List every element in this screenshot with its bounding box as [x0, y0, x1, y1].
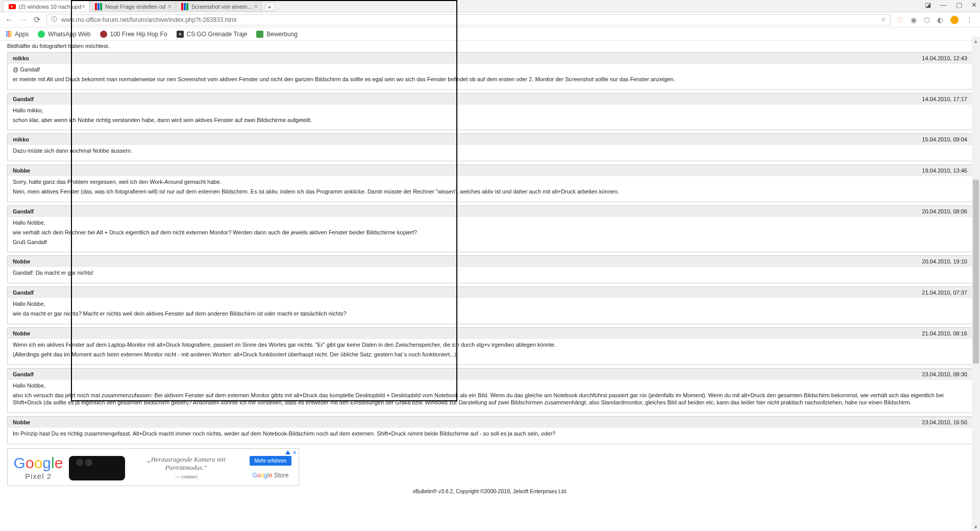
bookmark-whatsapp[interactable]: WhatsApp Web — [38, 31, 90, 38]
ad-brand: Google Pixel 2 — [8, 454, 69, 480]
post-author: mikko — [13, 136, 29, 142]
post-timestamp: 21.04.2010, 08:16 — [922, 330, 967, 336]
forward-button: → — [19, 15, 28, 25]
gutefrage-icon — [181, 3, 188, 10]
forum-post: Gandalf23.04.2010, 08:30Hallo Nobbe,also… — [7, 368, 973, 414]
post-line: (Allerdings geht das im Moment auch beim… — [13, 351, 967, 358]
close-icon[interactable]: × — [168, 3, 172, 10]
apps-button[interactable]: Apps — [6, 31, 29, 38]
scroll-up-icon[interactable]: ▴ — [972, 37, 980, 45]
gutefrage-icon — [95, 3, 102, 10]
post-timestamp: 23.04.2010, 08:30 — [922, 371, 967, 377]
post-line: Nein, mein aktives Fenster (das, was ich… — [13, 188, 967, 196]
site-icon — [100, 31, 107, 38]
svg-rect-7 — [181, 3, 183, 10]
scroll-thumb[interactable] — [973, 180, 979, 364]
close-icon[interactable]: × — [82, 3, 85, 10]
minimize-button[interactable]: — — [940, 1, 947, 9]
close-icon[interactable]: × — [254, 3, 258, 10]
partial-post-tail: Bildhälfte du fotografiert haben möchtes… — [7, 43, 973, 49]
post-header: mikko14.04.2010, 12:43 — [8, 53, 972, 64]
post-body: Hallo mikko,schon klar, aber wenn ich No… — [8, 105, 972, 130]
reload-button[interactable]: ⟳ — [34, 15, 40, 25]
forum-post: mikko14.04.2010, 12:43@ Gandalfer meinte… — [7, 52, 973, 90]
site-info-icon[interactable]: ⓘ — [51, 15, 57, 24]
post-line: also ich versuch das jetzt noch mal zusa… — [13, 392, 967, 407]
tab-title: Screenshot von einem... — [191, 4, 252, 10]
post-header: Gandalf23.04.2010, 08:30 — [8, 369, 972, 380]
extension-shield-icon[interactable]: ⬡ — [924, 16, 930, 24]
ad-product: Pixel 2 — [8, 472, 69, 480]
forum-post: Nobbe23.04.2010, 16:50Im Prinzip hast Du… — [7, 416, 973, 444]
post-timestamp: 21.04.2010, 07:37 — [922, 289, 967, 296]
profile-avatar[interactable] — [950, 16, 959, 24]
post-author: Gandalf — [13, 96, 34, 102]
forum-post: Nobbe19.04.2010, 13:46Sorry, hatte ganz … — [7, 164, 973, 202]
bookmark-star-icon[interactable]: ☆ — [881, 16, 886, 23]
bookmark-bewerbung[interactable]: Bewerbung — [256, 31, 298, 38]
ad-close-icon[interactable]: ✕ — [292, 450, 297, 455]
post-body: Hallo Nobbe,wie verhält sich dein Rechne… — [8, 217, 972, 252]
extension-globe-icon[interactable]: ◐ — [937, 16, 943, 24]
bookmark-hiphop[interactable]: 100 Free Hip Hop Fo — [100, 31, 167, 38]
post-author: Nobbe — [13, 419, 30, 425]
back-button[interactable]: ← — [5, 15, 13, 25]
advertisement[interactable]: ✕ Google Pixel 2 „Herausragende Kamera m… — [7, 448, 299, 486]
bookmark-label: Bewerbung — [266, 31, 298, 38]
whatsapp-icon — [38, 31, 45, 38]
post-timestamp: 20.04.2010, 19:10 — [922, 258, 967, 264]
bookmark-csgo[interactable]: ✦CS:GO Grenade Traje — [177, 31, 248, 38]
scrollbar[interactable]: ▴ ▾ — [972, 37, 980, 504]
post-timestamp: 20.04.2010, 08:06 — [922, 208, 967, 214]
svg-rect-8 — [184, 3, 186, 10]
new-tab-button[interactable]: ▸ — [265, 2, 275, 11]
post-line: Hallo Nobbe, — [13, 219, 967, 227]
bookmarks-bar: Apps WhatsApp Web 100 Free Hip Hop Fo ✦C… — [0, 28, 980, 41]
post-line: wie da macht er gar nichts? Macht er nic… — [13, 310, 967, 318]
ad-source: — connect — [130, 474, 242, 479]
ad-store: Google Store — [242, 472, 299, 479]
post-body: Sorry, hatte ganz das Problem vergessen,… — [8, 176, 972, 202]
bookmark-label: CS:GO Grenade Traje — [187, 31, 248, 38]
address-bar[interactable]: ⓘ www.ms-office-forum.net/forum/archive/… — [46, 14, 891, 26]
browser-tab-0[interactable]: (2) windows 10 nach upd × — [3, 1, 90, 12]
url-text: www.ms-office-forum.net/forum/archive/in… — [61, 16, 236, 23]
tab-bar: (2) windows 10 nach upd × Neue Frage ers… — [0, 0, 980, 12]
extension-icon[interactable]: ◪ — [925, 1, 931, 9]
post-body: Im Prinzip hast Du es richtig zusammenge… — [8, 428, 972, 444]
menu-icon[interactable]: ⋮ — [966, 16, 973, 24]
post-timestamp: 23.04.2010, 16:50 — [922, 419, 967, 425]
bookmark-label: 100 Free Hip Hop Fo — [110, 31, 167, 38]
extension-circle-icon[interactable]: ◉ — [911, 16, 917, 24]
post-author: mikko — [13, 55, 29, 61]
adchoices-icon[interactable] — [285, 450, 290, 454]
svg-rect-4 — [97, 3, 100, 10]
browser-chrome: (2) windows 10 nach upd × Neue Frage ers… — [0, 0, 980, 41]
post-header: mikko15.04.2010, 09:04 — [8, 134, 972, 145]
maximize-button[interactable]: ▢ — [956, 1, 962, 9]
post-author: Gandalf — [13, 371, 34, 377]
page-footer: vBulletin® v3.8.2, Copyright ©2000-2018,… — [7, 488, 973, 494]
post-line: schon klar, aber wenn ich Nobbe richtig … — [13, 116, 967, 124]
svg-rect-3 — [95, 3, 97, 10]
post-header: Nobbe20.04.2010, 19:10 — [8, 256, 972, 267]
leaf-icon — [256, 31, 263, 38]
post-line: Sorry, hatte ganz das Problem vergessen,… — [13, 178, 967, 186]
close-window-button[interactable]: ✕ — [971, 1, 977, 9]
post-author: Gandalf — [13, 289, 34, 296]
post-author: Nobbe — [13, 258, 30, 264]
browser-tab-2[interactable]: Screenshot von einem... × — [176, 1, 262, 12]
post-body: Wenn ich ein aktives Fenster auf dem Lap… — [8, 339, 972, 365]
post-line: Gandalf: Da macht er gar nichts! — [13, 269, 967, 277]
ad-cta-button[interactable]: Mehr erfahren — [250, 456, 292, 466]
bookmark-label: Apps — [15, 31, 29, 38]
post-header: Nobbe21.04.2010, 08:16 — [8, 328, 972, 339]
post-header: Nobbe23.04.2010, 16:50 — [8, 417, 972, 428]
forum-post: Gandalf14.04.2010, 17:17Hallo mikko,scho… — [7, 93, 973, 131]
browser-tab-1[interactable]: Neue Frage erstellen od × — [89, 1, 176, 12]
post-body: Gandalf: Da macht er gar nichts! — [8, 267, 972, 283]
post-body: Hallo Nobbe,wie da macht er gar nichts? … — [8, 298, 972, 324]
heart-icon[interactable]: ♡ — [897, 16, 903, 24]
post-author: Gandalf — [13, 208, 34, 214]
forum-post: Gandalf20.04.2010, 08:06Hallo Nobbe,wie … — [7, 205, 973, 253]
